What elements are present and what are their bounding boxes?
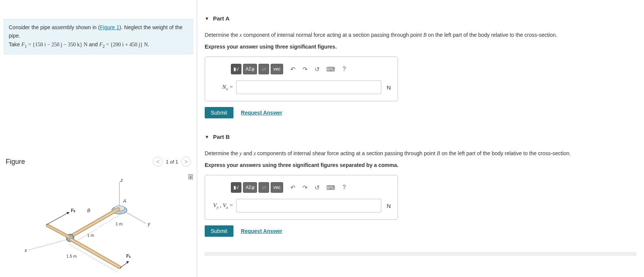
dim-1m-a: 1 m [116, 222, 122, 226]
part-b-instruction: Express your answers using three signifi… [205, 162, 636, 168]
help-button[interactable]: ? [339, 64, 349, 74]
greek-button[interactable]: ΑΣφ [243, 182, 257, 193]
answer-a-label: Nx = [212, 84, 233, 91]
scroll-up-icon[interactable]: ▲ [188, 174, 193, 179]
point-a-label: A [123, 198, 126, 204]
toolbar-a: ▮√ ΑΣφ ↓↑ vec ↶ ↷ ↺ ⌨ ? [212, 64, 391, 74]
part-a-instruction: Express your answer using three signific… [205, 44, 636, 50]
svg-marker-12 [66, 212, 69, 214]
reset-button[interactable]: ↺ [312, 182, 323, 193]
undo-button[interactable]: ↶ [288, 64, 298, 74]
submit-a-button[interactable]: Submit [205, 107, 233, 118]
keyboard-button[interactable]: ⌨ [324, 182, 337, 193]
vec-button[interactable]: vec [271, 64, 283, 74]
part-a-title: Part A [213, 15, 230, 22]
figure-link[interactable]: Figure 1 [100, 24, 119, 30]
request-answer-a-link[interactable]: Request Answer [241, 110, 282, 116]
redo-button[interactable]: ↷ [300, 64, 310, 74]
help-button[interactable]: ? [339, 182, 349, 193]
part-b-header[interactable]: ▼ Part B [205, 134, 636, 140]
figure-counter: 1 of 1 [166, 159, 178, 165]
figure-next-button[interactable]: > [181, 157, 191, 167]
subsup-button[interactable]: ↓↑ [259, 182, 269, 193]
section-divider [205, 252, 636, 256]
svg-line-2 [28, 239, 70, 250]
axis-x-label: x [24, 248, 27, 253]
submit-b-button[interactable]: Submit [205, 225, 233, 237]
part-a-section: ▼ Part A Determine the x component of in… [205, 15, 636, 118]
caret-down-icon: ▼ [205, 16, 209, 21]
part-b-question: Determine the y and z components of inte… [205, 150, 636, 157]
figure-title: Figure [6, 158, 25, 166]
request-answer-b-link[interactable]: Request Answer [241, 228, 282, 234]
toolbar-b: ▮√ ΑΣφ ↓↑ vec ↶ ↷ ↺ ⌨ ? [212, 182, 391, 193]
answer-a-unit: N [387, 84, 391, 91]
dim-1m-b: 1 m [87, 233, 94, 238]
problem-statement: Consider the pipe assembly shown in (Fig… [4, 19, 193, 54]
axis-y-label: y [147, 221, 150, 227]
figure-diagram: ▲ z y x A B F₂ [6, 174, 191, 277]
force-f2-label: F₂ [71, 208, 75, 213]
point-b-label: B [87, 208, 90, 213]
svg-line-11 [47, 212, 69, 225]
part-b-answer-box: ▮√ ΑΣφ ↓↑ vec ↶ ↷ ↺ ⌨ ? Vy , Vz = N [205, 175, 398, 220]
answer-b-unit: N [387, 203, 391, 209]
svg-line-10 [47, 225, 69, 237]
answer-b-input[interactable] [236, 199, 381, 212]
part-b-title: Part B [213, 134, 230, 140]
undo-button[interactable]: ↶ [288, 182, 298, 193]
reset-button[interactable]: ↺ [312, 64, 323, 74]
svg-line-6 [70, 209, 118, 237]
redo-button[interactable]: ↷ [300, 182, 310, 193]
dim-15m: 1.5 m [66, 254, 77, 258]
caret-down-icon: ▼ [205, 134, 209, 140]
subsup-button[interactable]: ↓↑ [259, 64, 269, 74]
force-f1-label: F₁ [126, 253, 131, 259]
problem-text: Consider the pipe assembly shown in ( [9, 24, 100, 30]
templates-button[interactable]: ▮√ [231, 182, 241, 193]
axis-z-label: z [120, 178, 123, 183]
vec-button[interactable]: vec [271, 182, 283, 193]
answer-a-input[interactable] [236, 80, 381, 94]
part-a-question: Determine the x component of internal no… [205, 31, 636, 39]
part-b-section: ▼ Part B Determine the y and z component… [205, 134, 636, 237]
figure-prev-button[interactable]: < [153, 157, 163, 167]
part-a-answer-box: ▮√ ΑΣφ ↓↑ vec ↶ ↷ ↺ ⌨ ? Nx = N [205, 57, 398, 101]
answer-b-label: Vy , Vz = [212, 202, 233, 209]
greek-button[interactable]: ΑΣφ [243, 64, 257, 74]
templates-button[interactable]: ▮√ [231, 64, 241, 74]
svg-line-14 [71, 239, 119, 267]
part-a-header[interactable]: ▼ Part A [205, 15, 636, 22]
keyboard-button[interactable]: ⌨ [324, 64, 337, 74]
